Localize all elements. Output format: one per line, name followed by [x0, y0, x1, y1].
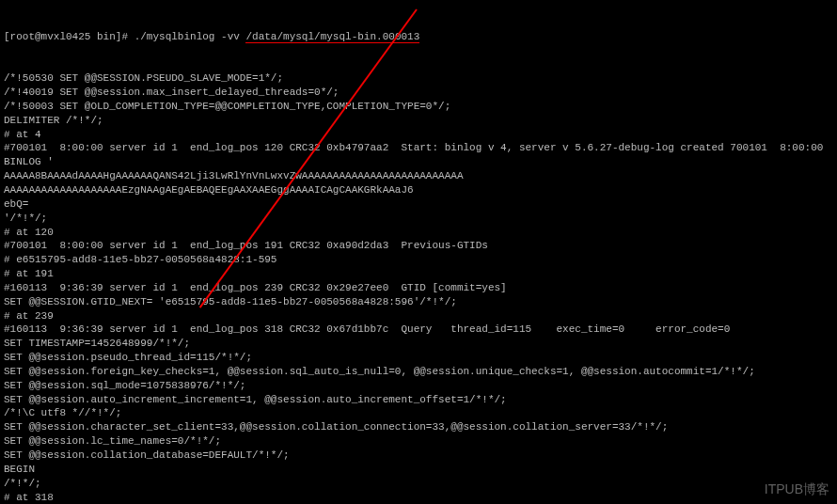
shell-prompt: [root@mvxl0425 bin]# [4, 31, 134, 42]
output-line: # at 120 [4, 226, 833, 240]
output-line: SET @@session.lc_time_names=0/*!*/; [4, 434, 833, 449]
output-line: SET @@session.character_set_client=33,@@… [4, 420, 833, 434]
output-line: #700101 8:00:00 server id 1 end_log_pos … [4, 239, 833, 253]
output-line: # at 191 [4, 267, 833, 281]
output-line: /*!\C utf8 *//*!*/; [4, 406, 833, 420]
output-line: SET @@session.sql_mode=1075838976/*!*/; [4, 379, 833, 393]
output-line: ebQ= [4, 197, 833, 212]
output-line: # e6515795-add8-11e5-bb27-0050568a4828:1… [4, 253, 833, 267]
command-line: [root@mvxl0425 bin]# ./mysqlbinlog -vv /… [4, 30, 833, 44]
output-line: #160113 9:36:39 server id 1 end_log_pos … [4, 323, 833, 337]
output-line: /*!50003 SET @OLD_COMPLETION_TYPE=@@COMP… [4, 100, 833, 114]
output-line: DELIMITER /*!*/; [4, 114, 833, 128]
watermark: ITPUB博客 [765, 480, 829, 498]
output-line: /*!50530 SET @@SESSION.PSEUDO_SLAVE_MODE… [4, 71, 833, 86]
output-line: SET TIMESTAMP=1452648999/*!*/; [4, 337, 833, 351]
output-line: SET @@session.auto_increment_increment=1… [4, 393, 833, 407]
output-line: #700101 8:00:00 server id 1 end_log_pos … [4, 141, 833, 155]
output-line: /*!40019 SET @@session.max_insert_delaye… [4, 86, 833, 100]
output-line: BINLOG ' [4, 155, 833, 169]
output-line: '/*!*/; [4, 212, 833, 226]
output-line: # at 4 [4, 128, 833, 142]
output-block-1: /*!50530 SET @@SESSION.PSEUDO_SLAVE_MODE… [4, 71, 833, 504]
output-line: SET @@session.foreign_key_checks=1, @@se… [4, 365, 833, 379]
output-line: BEGIN [4, 463, 833, 477]
output-line: # at 239 [4, 309, 833, 323]
output-line: #160113 9:36:39 server id 1 end_log_pos … [4, 281, 833, 295]
output-line: # at 318 [4, 491, 833, 504]
output-line: SET @@session.collation_database=DEFAULT… [4, 449, 833, 463]
binlog-path: /data/mysql/mysql-bin.000013 [245, 31, 419, 43]
output-line: SET @@session.pseudo_thread_id=115/*!*/; [4, 351, 833, 365]
output-line: SET @@SESSION.GTID_NEXT= 'e6515795-add8-… [4, 295, 833, 309]
command-text: ./mysqlbinlog -vv [134, 31, 246, 42]
output-line: /*!*/; [4, 477, 833, 491]
output-line: AAAAAAAAAAAAAAAAAAAEzgNAAgAEgAEBAQEEgAAX… [4, 183, 833, 197]
terminal-output[interactable]: [root@mvxl0425 bin]# ./mysqlbinlog -vv /… [4, 2, 833, 504]
output-line: AAAAA8BAAAAdAAAAHgAAAAAAQANS42Lji3LwRlYn… [4, 169, 833, 183]
